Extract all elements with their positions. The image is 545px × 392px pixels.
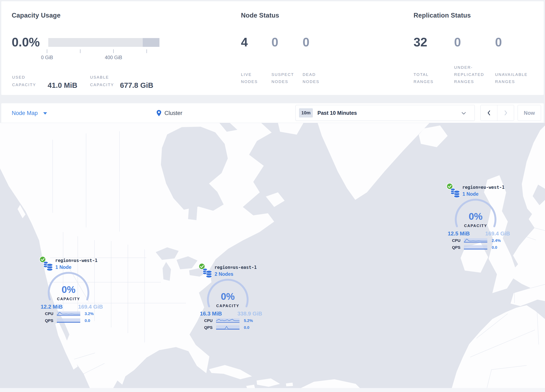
live-nodes-value: 4 — [241, 36, 248, 49]
axis-tick — [113, 49, 114, 53]
next-time-button[interactable] — [497, 105, 514, 121]
used-capacity: 12.5 MiB — [448, 230, 470, 237]
page-bottom-strip — [0, 388, 545, 392]
cpu-sparkline — [57, 311, 80, 316]
now-button[interactable]: Now — [518, 105, 541, 121]
node-count-link[interactable]: 1 Node — [462, 191, 478, 197]
total-ranges-value: 32 — [414, 36, 427, 49]
qps-value: 0.0 — [85, 318, 90, 323]
breadcrumb-label: Cluster — [164, 110, 182, 117]
used-capacity-label: USED CAPACITY — [12, 74, 36, 89]
live-nodes-label: LIVE NODES — [241, 71, 258, 85]
axis-tick — [80, 49, 81, 53]
qps-sparkline — [464, 245, 487, 250]
axis-tick — [147, 49, 147, 53]
under-replicated-value: 0 — [454, 36, 461, 49]
replication-status-title: Replication Status — [414, 12, 471, 19]
cpu-sparkline — [216, 318, 240, 323]
used-capacity-value: 41.0 MiB — [48, 81, 77, 89]
cpu-sparkline — [464, 238, 487, 243]
view-selector-label: Node Map — [12, 110, 38, 117]
unavailable-ranges-value: 0 — [495, 36, 502, 49]
usable-capacity-label: USABLE CAPACITY — [90, 74, 114, 89]
capacity-gauge-label: CAPACITY — [37, 297, 100, 301]
axis-tick — [47, 49, 47, 53]
cluster-summary-panel: Capacity Usage 0.0% 0 GiB 400 GiB USED C… — [1, 1, 544, 95]
caret-down-icon — [43, 112, 47, 115]
database-stack-icon — [43, 261, 53, 271]
region-marker-us-west-1[interactable]: region=us-west-1 1 Node 0% CAPACITY 12.2… — [37, 255, 100, 325]
qps-sparkline — [57, 318, 80, 323]
node-count-link[interactable]: 2 Nodes — [215, 271, 233, 277]
map-pin-icon — [156, 110, 161, 117]
capacity-percent: 0% — [37, 284, 100, 295]
dead-nodes-value: 0 — [303, 36, 310, 49]
time-range-label: Past 10 Minutes — [317, 110, 357, 116]
qps-value: 0.0 — [244, 325, 249, 330]
node-map-page: Capacity Usage 0.0% 0 GiB 400 GiB USED C… — [0, 0, 545, 392]
used-capacity: 12.2 MiB — [41, 304, 63, 310]
region-label: region=us-west-1 — [55, 258, 97, 263]
capacity-bar — [48, 38, 160, 47]
view-selector-dropdown[interactable]: Node Map — [12, 103, 47, 123]
time-range-badge: 10m — [299, 108, 313, 118]
axis-tick-label: 0 GiB — [41, 55, 53, 60]
total-capacity: 338.9 GiB — [237, 311, 262, 317]
suspect-nodes-label: SUSPECT NODES — [272, 71, 294, 85]
region-marker-eu-west-1[interactable]: region=eu-west-1 1 Node 0% CAPACITY 12.5… — [444, 182, 507, 252]
qps-label: QPS — [45, 318, 53, 323]
axis-tick-label: 400 GiB — [105, 55, 122, 60]
node-status-title: Node Status — [241, 12, 279, 19]
capacity-percent: 0% — [444, 211, 507, 222]
capacity-percent: 0% — [196, 291, 259, 302]
used-capacity: 16.3 MiB — [200, 311, 222, 317]
prev-time-button[interactable] — [481, 105, 497, 121]
cpu-label: CPU — [452, 238, 460, 243]
cpu-value: 3.2% — [85, 311, 94, 316]
qps-label: QPS — [204, 325, 212, 330]
chevron-down-icon — [462, 112, 466, 115]
qps-label: QPS — [452, 245, 460, 250]
capacity-gauge-label: CAPACITY — [196, 304, 259, 308]
chevron-left-icon — [488, 110, 490, 115]
breadcrumb[interactable]: Cluster — [156, 103, 182, 123]
capacity-gauge-label: CAPACITY — [444, 224, 507, 228]
time-range-dropdown[interactable]: 10m Past 10 Minutes — [296, 105, 475, 121]
dead-nodes-label: DEAD NODES — [303, 71, 320, 85]
qps-value: 0.0 — [492, 245, 497, 250]
under-replicated-label: UNDER- REPLICATED RANGES — [454, 64, 484, 85]
qps-sparkline — [216, 325, 240, 330]
chevron-right-icon — [504, 110, 507, 115]
region-label: region=us-east-1 — [214, 265, 257, 270]
unavailable-ranges-label: UNAVAILABLE RANGES — [495, 71, 528, 85]
map-toolbar: Node Map Cluster 10m Past 10 Minutes — [1, 103, 544, 123]
capacity-bar-reserved — [143, 38, 160, 47]
region-marker-us-east-1[interactable]: region=us-east-1 2 Nodes 0% CAPACITY 16.… — [196, 262, 259, 332]
time-pager — [480, 105, 514, 121]
cpu-label: CPU — [45, 311, 53, 316]
total-capacity: 169.4 GiB — [78, 304, 103, 310]
capacity-percent: 0.0% — [12, 36, 40, 49]
total-capacity: 169.4 GiB — [485, 230, 510, 237]
database-stack-icon — [450, 188, 460, 198]
cpu-value: 2.4% — [492, 238, 501, 243]
cpu-label: CPU — [204, 318, 212, 323]
cpu-value: 5.2% — [244, 318, 253, 323]
usable-capacity-value: 677.8 GiB — [120, 81, 153, 89]
total-ranges-label: TOTAL RANGES — [414, 71, 434, 85]
suspect-nodes-value: 0 — [272, 36, 278, 49]
node-count-link[interactable]: 1 Node — [55, 264, 71, 270]
database-stack-icon — [202, 268, 212, 278]
region-label: region=eu-west-1 — [462, 185, 504, 190]
capacity-usage-title: Capacity Usage — [12, 12, 61, 19]
